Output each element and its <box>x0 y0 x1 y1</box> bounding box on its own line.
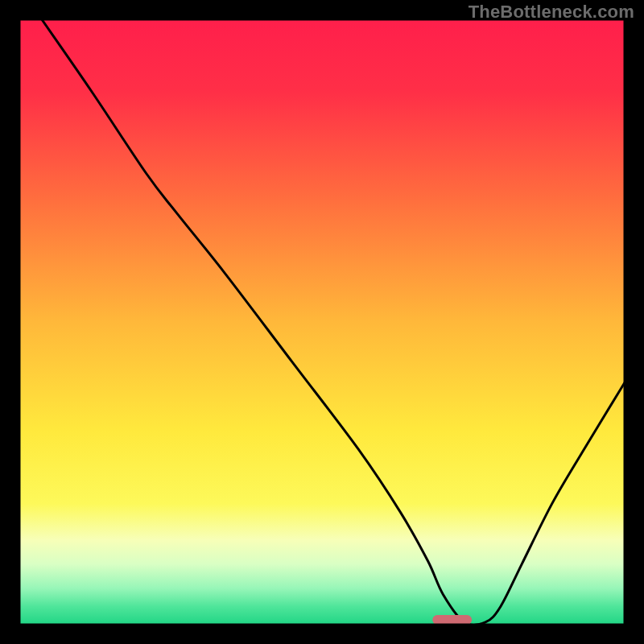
chart-stage: TheBottleneck.com <box>0 0 644 644</box>
optimal-marker <box>432 615 472 625</box>
bottleneck-chart <box>0 0 644 644</box>
watermark-text: TheBottleneck.com <box>469 2 634 23</box>
plot-background <box>19 19 625 625</box>
